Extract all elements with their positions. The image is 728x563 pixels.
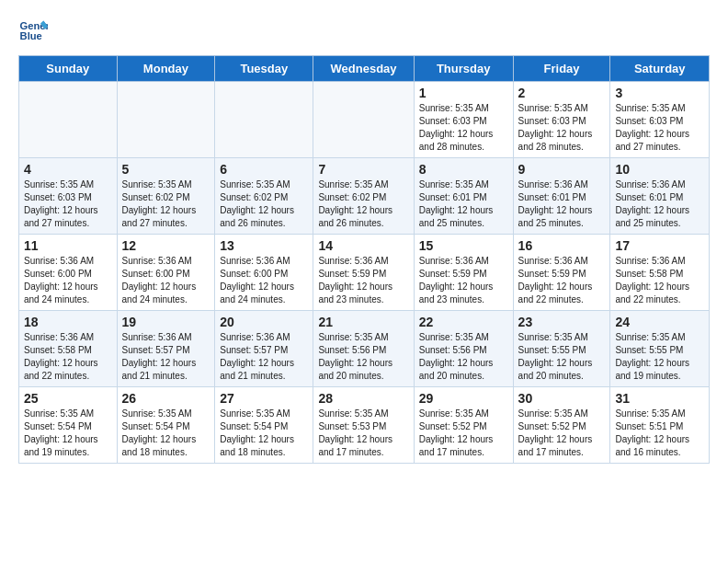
day-number: 31	[615, 391, 704, 406]
day-number: 18	[24, 315, 112, 329]
calendar-cell: 16Sunrise: 5:36 AM Sunset: 5:59 PM Dayli…	[513, 235, 610, 311]
calendar-cell	[215, 82, 313, 158]
day-number: 20	[220, 315, 308, 329]
calendar-cell: 4Sunrise: 5:35 AM Sunset: 6:03 PM Daylig…	[19, 158, 118, 235]
day-number: 24	[615, 315, 704, 329]
calendar-week-row: 18Sunrise: 5:36 AM Sunset: 5:58 PM Dayli…	[19, 311, 710, 387]
day-info: Sunrise: 5:36 AM Sunset: 5:59 PM Dayligh…	[419, 256, 494, 304]
calendar-cell: 1Sunrise: 5:35 AM Sunset: 6:03 PM Daylig…	[414, 82, 513, 158]
day-number: 16	[518, 238, 606, 253]
day-number: 22	[419, 315, 508, 329]
day-info: Sunrise: 5:35 AM Sunset: 6:02 PM Dayligh…	[122, 179, 197, 228]
calendar-cell: 22Sunrise: 5:35 AM Sunset: 5:56 PM Dayli…	[414, 311, 513, 387]
calendar-week-row: 4Sunrise: 5:35 AM Sunset: 6:03 PM Daylig…	[19, 158, 710, 235]
day-info: Sunrise: 5:35 AM Sunset: 5:53 PM Dayligh…	[318, 408, 392, 457]
calendar-cell: 28Sunrise: 5:35 AM Sunset: 5:53 PM Dayli…	[313, 387, 414, 464]
calendar-cell	[19, 82, 118, 158]
day-info: Sunrise: 5:35 AM Sunset: 6:03 PM Dayligh…	[615, 103, 689, 152]
day-info: Sunrise: 5:35 AM Sunset: 6:02 PM Dayligh…	[318, 179, 392, 228]
day-number: 1	[419, 86, 508, 100]
day-number: 12	[122, 238, 210, 253]
day-info: Sunrise: 5:35 AM Sunset: 5:56 PM Dayligh…	[419, 332, 494, 381]
calendar-header-wednesday: Wednesday	[313, 56, 414, 82]
svg-text:Blue: Blue	[20, 30, 42, 41]
day-number: 11	[24, 238, 112, 253]
day-info: Sunrise: 5:36 AM Sunset: 5:57 PM Dayligh…	[220, 332, 294, 381]
calendar-header-friday: Friday	[513, 56, 610, 82]
day-number: 28	[318, 391, 408, 406]
day-info: Sunrise: 5:35 AM Sunset: 6:01 PM Dayligh…	[419, 179, 494, 228]
day-info: Sunrise: 5:36 AM Sunset: 5:58 PM Dayligh…	[615, 256, 689, 304]
calendar-table: SundayMondayTuesdayWednesdayThursdayFrid…	[18, 55, 710, 464]
day-info: Sunrise: 5:35 AM Sunset: 5:56 PM Dayligh…	[318, 332, 392, 381]
calendar-cell: 23Sunrise: 5:35 AM Sunset: 5:55 PM Dayli…	[513, 311, 610, 387]
day-number: 9	[518, 162, 606, 177]
day-info: Sunrise: 5:36 AM Sunset: 6:00 PM Dayligh…	[220, 256, 294, 304]
calendar-cell: 30Sunrise: 5:35 AM Sunset: 5:52 PM Dayli…	[513, 387, 610, 464]
day-number: 14	[318, 238, 408, 253]
calendar-week-row: 11Sunrise: 5:36 AM Sunset: 6:00 PM Dayli…	[19, 235, 710, 311]
day-info: Sunrise: 5:36 AM Sunset: 6:00 PM Dayligh…	[24, 256, 98, 304]
logo: General Blue	[18, 15, 51, 44]
day-info: Sunrise: 5:35 AM Sunset: 6:03 PM Dayligh…	[518, 103, 593, 152]
calendar-cell: 29Sunrise: 5:35 AM Sunset: 5:52 PM Dayli…	[414, 387, 513, 464]
day-number: 4	[24, 162, 112, 177]
calendar-cell: 18Sunrise: 5:36 AM Sunset: 5:58 PM Dayli…	[19, 311, 118, 387]
calendar-cell: 7Sunrise: 5:35 AM Sunset: 6:02 PM Daylig…	[313, 158, 414, 235]
calendar-cell: 8Sunrise: 5:35 AM Sunset: 6:01 PM Daylig…	[414, 158, 513, 235]
calendar-cell: 13Sunrise: 5:36 AM Sunset: 6:00 PM Dayli…	[215, 235, 313, 311]
day-info: Sunrise: 5:36 AM Sunset: 5:59 PM Dayligh…	[518, 256, 593, 304]
day-info: Sunrise: 5:35 AM Sunset: 5:54 PM Dayligh…	[24, 408, 98, 457]
day-number: 19	[122, 315, 210, 329]
day-number: 17	[615, 238, 704, 253]
calendar-cell: 14Sunrise: 5:36 AM Sunset: 5:59 PM Dayli…	[313, 235, 414, 311]
calendar-cell: 2Sunrise: 5:35 AM Sunset: 6:03 PM Daylig…	[513, 82, 610, 158]
day-number: 3	[615, 86, 704, 100]
day-info: Sunrise: 5:35 AM Sunset: 6:02 PM Dayligh…	[220, 179, 294, 228]
day-number: 13	[220, 238, 308, 253]
day-info: Sunrise: 5:35 AM Sunset: 5:55 PM Dayligh…	[518, 332, 593, 381]
calendar-cell: 19Sunrise: 5:36 AM Sunset: 5:57 PM Dayli…	[117, 311, 215, 387]
day-number: 7	[318, 162, 408, 177]
calendar-header-monday: Monday	[117, 56, 215, 82]
calendar-week-row: 25Sunrise: 5:35 AM Sunset: 5:54 PM Dayli…	[19, 387, 710, 464]
day-info: Sunrise: 5:36 AM Sunset: 6:01 PM Dayligh…	[615, 179, 689, 228]
calendar-header-tuesday: Tuesday	[215, 56, 313, 82]
day-number: 26	[122, 391, 210, 406]
logo-icon: General Blue	[18, 15, 48, 44]
calendar-cell: 6Sunrise: 5:35 AM Sunset: 6:02 PM Daylig…	[215, 158, 313, 235]
calendar-cell: 12Sunrise: 5:36 AM Sunset: 6:00 PM Dayli…	[117, 235, 215, 311]
calendar-cell: 5Sunrise: 5:35 AM Sunset: 6:02 PM Daylig…	[117, 158, 215, 235]
calendar-cell: 24Sunrise: 5:35 AM Sunset: 5:55 PM Dayli…	[610, 311, 710, 387]
calendar-cell: 27Sunrise: 5:35 AM Sunset: 5:54 PM Dayli…	[215, 387, 313, 464]
day-info: Sunrise: 5:35 AM Sunset: 6:03 PM Dayligh…	[419, 103, 494, 152]
calendar-cell: 10Sunrise: 5:36 AM Sunset: 6:01 PM Dayli…	[610, 158, 710, 235]
day-number: 27	[220, 391, 308, 406]
day-info: Sunrise: 5:35 AM Sunset: 5:54 PM Dayligh…	[122, 408, 197, 457]
day-number: 15	[419, 238, 508, 253]
day-info: Sunrise: 5:36 AM Sunset: 6:00 PM Dayligh…	[122, 256, 197, 304]
day-number: 8	[419, 162, 508, 177]
day-info: Sunrise: 5:36 AM Sunset: 5:59 PM Dayligh…	[318, 256, 392, 304]
calendar-cell: 20Sunrise: 5:36 AM Sunset: 5:57 PM Dayli…	[215, 311, 313, 387]
day-info: Sunrise: 5:35 AM Sunset: 5:54 PM Dayligh…	[220, 408, 294, 457]
day-number: 2	[518, 86, 606, 100]
calendar-cell: 31Sunrise: 5:35 AM Sunset: 5:51 PM Dayli…	[610, 387, 710, 464]
day-info: Sunrise: 5:36 AM Sunset: 5:57 PM Dayligh…	[122, 332, 197, 381]
calendar-header-thursday: Thursday	[414, 56, 513, 82]
calendar-cell: 17Sunrise: 5:36 AM Sunset: 5:58 PM Dayli…	[610, 235, 710, 311]
day-info: Sunrise: 5:36 AM Sunset: 5:58 PM Dayligh…	[24, 332, 98, 381]
day-number: 5	[122, 162, 210, 177]
calendar-cell: 9Sunrise: 5:36 AM Sunset: 6:01 PM Daylig…	[513, 158, 610, 235]
calendar-cell	[117, 82, 215, 158]
calendar-cell: 21Sunrise: 5:35 AM Sunset: 5:56 PM Dayli…	[313, 311, 414, 387]
calendar-cell: 11Sunrise: 5:36 AM Sunset: 6:00 PM Dayli…	[19, 235, 118, 311]
day-info: Sunrise: 5:35 AM Sunset: 5:52 PM Dayligh…	[419, 408, 494, 457]
calendar-header-sunday: Sunday	[19, 56, 118, 82]
day-info: Sunrise: 5:35 AM Sunset: 6:03 PM Dayligh…	[24, 179, 98, 228]
day-number: 21	[318, 315, 408, 329]
day-info: Sunrise: 5:35 AM Sunset: 5:52 PM Dayligh…	[518, 408, 593, 457]
day-number: 25	[24, 391, 112, 406]
calendar-week-row: 1Sunrise: 5:35 AM Sunset: 6:03 PM Daylig…	[19, 82, 710, 158]
day-number: 29	[419, 391, 508, 406]
